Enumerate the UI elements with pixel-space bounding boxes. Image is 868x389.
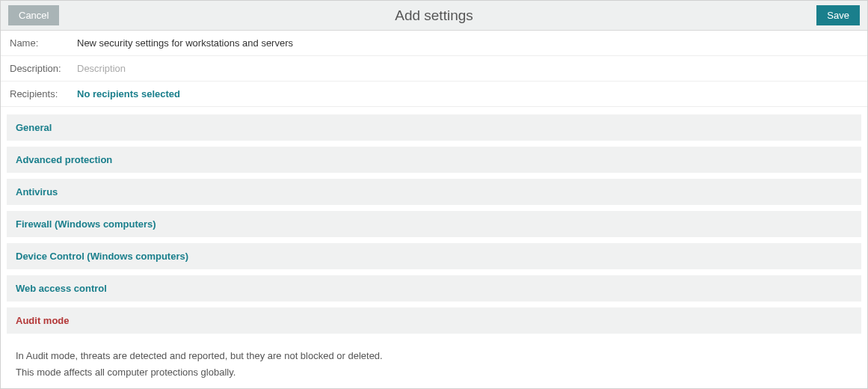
section-web-access-control[interactable]: Web access control bbox=[7, 275, 861, 301]
sections-container: General Advanced protection Antivirus Fi… bbox=[1, 107, 867, 389]
dialog-header: Cancel Add settings Save bbox=[1, 1, 867, 31]
recipients-row: Recipients: No recipients selected bbox=[1, 82, 867, 107]
section-general[interactable]: General bbox=[7, 114, 861, 141]
dialog-title: Add settings bbox=[395, 7, 473, 24]
section-audit-mode[interactable]: Audit mode bbox=[7, 307, 861, 334]
section-title: Advanced protection bbox=[16, 154, 112, 165]
name-row: Name: bbox=[1, 31, 867, 56]
save-button[interactable]: Save bbox=[816, 5, 860, 25]
section-title: Audit mode bbox=[16, 315, 70, 326]
section-title: Device Control (Windows computers) bbox=[16, 251, 188, 262]
description-input[interactable] bbox=[77, 63, 858, 74]
description-label: Description: bbox=[10, 63, 77, 74]
audit-description-line1: In Audit mode, threats are detected and … bbox=[16, 349, 852, 364]
recipients-link[interactable]: No recipients selected bbox=[77, 88, 180, 99]
audit-description-line2: This mode affects all computer protectio… bbox=[16, 365, 852, 380]
section-advanced-protection[interactable]: Advanced protection bbox=[7, 147, 861, 173]
section-title: Web access control bbox=[16, 283, 107, 294]
section-device-control[interactable]: Device Control (Windows computers) bbox=[7, 243, 861, 269]
description-row: Description: bbox=[1, 56, 867, 82]
section-title: Firewall (Windows computers) bbox=[16, 218, 156, 230]
recipients-label: Recipients: bbox=[10, 88, 77, 99]
audit-mode-body: In Audit mode, threats are detected and … bbox=[7, 340, 861, 389]
cancel-button[interactable]: Cancel bbox=[8, 5, 59, 25]
section-antivirus[interactable]: Antivirus bbox=[7, 179, 861, 205]
section-title: General bbox=[16, 122, 52, 133]
name-label: Name: bbox=[10, 37, 77, 49]
section-firewall[interactable]: Firewall (Windows computers) bbox=[7, 211, 861, 237]
section-title: Antivirus bbox=[16, 186, 58, 197]
name-input[interactable] bbox=[77, 37, 858, 49]
